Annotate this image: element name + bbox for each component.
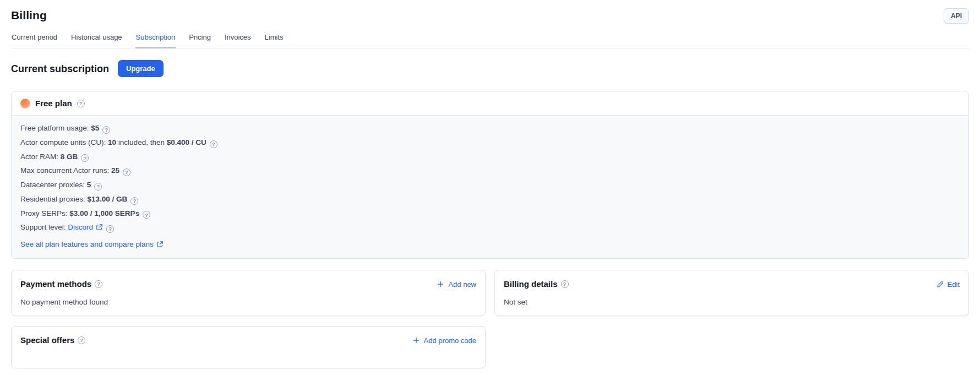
support-level-row: Support level: Discord	[20, 223, 960, 233]
billing-details-card: Billing details Edit Not set	[494, 270, 969, 316]
help-icon[interactable]	[81, 154, 89, 162]
feature-value: 5	[87, 181, 91, 189]
feature-label: Actor compute units (CU):	[20, 138, 106, 146]
plan-feature-row: Max concurrent Actor runs: 25	[20, 166, 960, 176]
payment-billing-row: Payment methods Add new No payment metho…	[11, 270, 969, 316]
help-icon[interactable]	[95, 280, 102, 288]
feature-value: 8 GB	[61, 153, 78, 161]
plan-feature-row: Residential proxies: $13.00 / GB	[20, 195, 960, 205]
page-title: Billing	[11, 8, 47, 23]
payment-methods-title: Payment methods	[20, 279, 91, 290]
add-promo-code-label: Add promo code	[424, 336, 476, 345]
edit-billing-details-label: Edit	[948, 280, 960, 289]
plan-feature-row: Free platform usage: $5	[20, 124, 960, 134]
help-icon[interactable]	[94, 183, 102, 191]
plus-icon	[412, 336, 420, 344]
feature-value: 10	[108, 138, 116, 146]
feature-value: 25	[111, 166, 119, 175]
feature-label: Actor RAM:	[20, 153, 58, 161]
tab-invoices[interactable]: Invoices	[224, 31, 252, 48]
plan-color-dot-icon	[20, 99, 30, 108]
feature-value: $13.00 / GB	[88, 195, 128, 203]
payment-methods-empty-text: No payment method found	[20, 298, 476, 307]
feature-text: included, then	[118, 138, 165, 146]
feature-label: Residential proxies:	[20, 195, 85, 203]
help-icon[interactable]	[143, 211, 150, 219]
plan-card-body: Free platform usage: $5 Actor compute un…	[12, 116, 968, 258]
external-link-icon[interactable]	[156, 241, 164, 248]
billing-details-title: Billing details	[504, 279, 558, 290]
add-payment-method-button[interactable]: Add new	[437, 280, 476, 289]
page-header: Billing API	[11, 0, 969, 24]
help-icon[interactable]	[210, 140, 217, 148]
plan-feature-row: Actor compute units (CU): 10 included, t…	[20, 138, 960, 148]
help-icon[interactable]	[102, 126, 110, 134]
pencil-icon	[937, 281, 944, 288]
payment-methods-card: Payment methods Add new No payment metho…	[11, 270, 486, 316]
feature-label: Free platform usage:	[20, 124, 89, 132]
billing-tabs: Current period Historical usage Subscrip…	[11, 31, 969, 48]
feature-label: Max concurrent Actor runs:	[20, 166, 109, 175]
tab-current-period[interactable]: Current period	[11, 31, 58, 48]
current-subscription-section-head: Current subscription Upgrade	[11, 60, 969, 77]
help-icon[interactable]	[561, 280, 569, 288]
upgrade-button[interactable]: Upgrade	[118, 60, 164, 77]
compare-plans-link[interactable]: See all plan features and compare plans	[20, 240, 154, 248]
special-offers-title: Special offers	[20, 335, 74, 346]
tab-limits[interactable]: Limits	[264, 31, 284, 48]
plan-feature-row: Proxy SERPs: $3.00 / 1,000 SERPs	[20, 209, 960, 219]
plan-name: Free plan	[35, 98, 72, 108]
api-button[interactable]: API	[944, 8, 969, 24]
help-icon[interactable]	[123, 169, 130, 176]
plus-icon	[437, 280, 444, 288]
help-icon[interactable]	[77, 100, 85, 107]
feature-value: $0.400 / CU	[167, 138, 206, 146]
feature-label: Datacenter proxies:	[20, 181, 85, 189]
help-icon[interactable]	[78, 336, 85, 344]
feature-value: $3.00 / 1,000 SERPs	[69, 209, 139, 218]
add-payment-method-label: Add new	[448, 280, 476, 289]
discord-link[interactable]: Discord	[68, 223, 93, 231]
plan-feature-row: Datacenter proxies: 5	[20, 181, 960, 191]
tab-subscription[interactable]: Subscription	[135, 31, 176, 48]
special-offers-card: Special offers Add promo code	[11, 326, 486, 368]
plan-card-header: Free plan	[12, 91, 968, 116]
tab-pricing[interactable]: Pricing	[188, 31, 211, 48]
plan-feature-row: Actor RAM: 8 GB	[20, 153, 960, 162]
free-plan-card: Free plan Free platform usage: $5 Actor …	[11, 91, 969, 259]
current-subscription-heading: Current subscription	[11, 63, 109, 75]
help-icon[interactable]	[106, 225, 114, 233]
add-promo-code-button[interactable]: Add promo code	[412, 336, 476, 345]
edit-billing-details-button[interactable]: Edit	[937, 280, 960, 289]
help-icon[interactable]	[130, 197, 138, 205]
feature-label: Support level:	[20, 223, 66, 231]
feature-label: Proxy SERPs:	[20, 209, 68, 218]
feature-value: $5	[91, 124, 99, 132]
external-link-icon[interactable]	[96, 224, 103, 231]
tab-historical-usage[interactable]: Historical usage	[70, 31, 123, 48]
billing-details-empty-text: Not set	[504, 298, 960, 307]
compare-plans-row: See all plan features and compare plans	[20, 240, 960, 249]
